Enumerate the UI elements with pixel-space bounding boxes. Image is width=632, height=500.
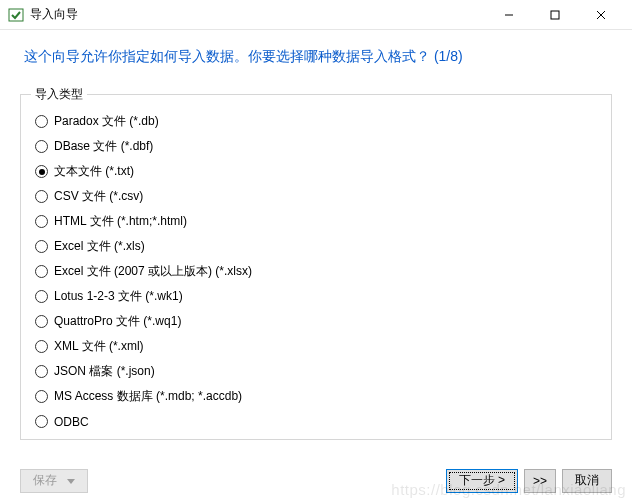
import-type-option[interactable]: CSV 文件 (*.csv)	[35, 184, 597, 209]
radio-icon	[35, 165, 48, 178]
radio-icon	[35, 340, 48, 353]
radio-label: Excel 文件 (*.xls)	[54, 238, 145, 255]
import-type-option[interactable]: Paradox 文件 (*.db)	[35, 109, 597, 134]
svg-rect-2	[551, 11, 559, 19]
radio-icon	[35, 265, 48, 278]
cancel-button[interactable]: 取消	[562, 469, 612, 493]
wizard-header-text: 这个向导允许你指定如何导入数据。你要选择哪种数据导入格式？ (1/8)	[0, 30, 632, 74]
radio-label: Excel 文件 (2007 或以上版本) (*.xlsx)	[54, 263, 252, 280]
radio-label: DBase 文件 (*.dbf)	[54, 138, 153, 155]
dropdown-icon	[67, 474, 75, 488]
radio-icon	[35, 390, 48, 403]
skip-button-label: >>	[533, 474, 547, 488]
radio-label: Lotus 1-2-3 文件 (*.wk1)	[54, 288, 183, 305]
import-type-option[interactable]: Lotus 1-2-3 文件 (*.wk1)	[35, 284, 597, 309]
svg-marker-5	[67, 479, 75, 484]
titlebar: 导入向导	[0, 0, 632, 30]
window-title: 导入向导	[30, 6, 78, 23]
radio-label: ODBC	[54, 415, 89, 429]
radio-icon	[35, 315, 48, 328]
import-type-option[interactable]: XML 文件 (*.xml)	[35, 334, 597, 359]
app-icon	[8, 7, 24, 23]
radio-icon	[35, 140, 48, 153]
import-type-option[interactable]: Excel 文件 (*.xls)	[35, 234, 597, 259]
import-type-legend: 导入类型	[31, 86, 87, 103]
radio-label: MS Access 数据库 (*.mdb; *.accdb)	[54, 388, 242, 405]
save-button[interactable]: 保存	[20, 469, 88, 493]
radio-label: QuattroPro 文件 (*.wq1)	[54, 313, 181, 330]
minimize-button[interactable]	[486, 0, 532, 30]
skip-to-end-button[interactable]: >>	[524, 469, 556, 493]
next-button[interactable]: 下一步 >	[446, 469, 518, 493]
wizard-button-bar: 保存 下一步 > >> 取消	[0, 460, 632, 500]
radio-icon	[35, 190, 48, 203]
radio-label: JSON 檔案 (*.json)	[54, 363, 155, 380]
cancel-button-label: 取消	[575, 472, 599, 489]
save-button-label: 保存	[33, 472, 57, 489]
radio-label: XML 文件 (*.xml)	[54, 338, 144, 355]
close-button[interactable]	[578, 0, 624, 30]
radio-label: 文本文件 (*.txt)	[54, 163, 134, 180]
next-button-label: 下一步 >	[459, 472, 505, 489]
import-type-option[interactable]: HTML 文件 (*.htm;*.html)	[35, 209, 597, 234]
import-type-option[interactable]: MS Access 数据库 (*.mdb; *.accdb)	[35, 384, 597, 409]
radio-label: CSV 文件 (*.csv)	[54, 188, 143, 205]
import-type-radio-list: Paradox 文件 (*.db)DBase 文件 (*.dbf)文本文件 (*…	[35, 109, 597, 434]
radio-icon	[35, 415, 48, 428]
maximize-button[interactable]	[532, 0, 578, 30]
import-type-option[interactable]: ODBC	[35, 409, 597, 434]
radio-label: HTML 文件 (*.htm;*.html)	[54, 213, 187, 230]
import-type-option[interactable]: JSON 檔案 (*.json)	[35, 359, 597, 384]
svg-rect-0	[9, 9, 23, 21]
radio-label: Paradox 文件 (*.db)	[54, 113, 159, 130]
import-type-group: 导入类型 Paradox 文件 (*.db)DBase 文件 (*.dbf)文本…	[20, 94, 612, 440]
import-type-option[interactable]: DBase 文件 (*.dbf)	[35, 134, 597, 159]
import-type-option[interactable]: 文本文件 (*.txt)	[35, 159, 597, 184]
radio-icon	[35, 365, 48, 378]
radio-icon	[35, 215, 48, 228]
radio-icon	[35, 240, 48, 253]
radio-icon	[35, 115, 48, 128]
import-type-option[interactable]: QuattroPro 文件 (*.wq1)	[35, 309, 597, 334]
import-type-option[interactable]: Excel 文件 (2007 或以上版本) (*.xlsx)	[35, 259, 597, 284]
radio-icon	[35, 290, 48, 303]
